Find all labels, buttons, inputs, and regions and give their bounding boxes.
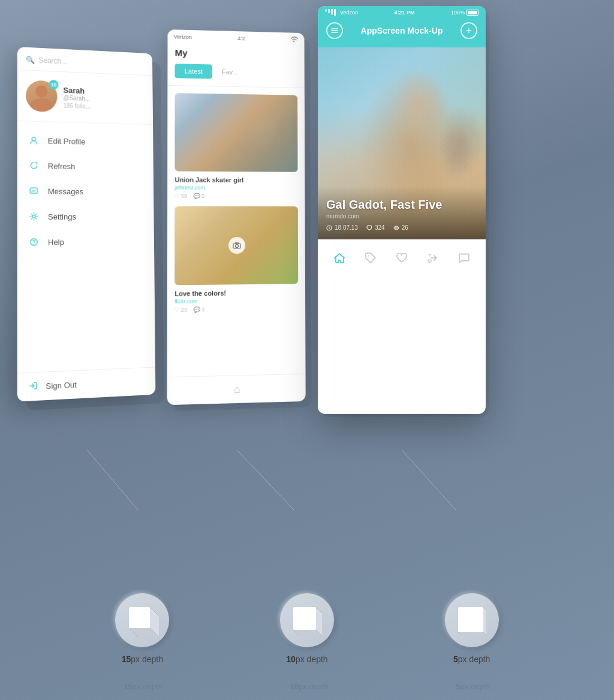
post-source: mumdo.com: [326, 213, 477, 220]
edit-profile-icon: [28, 135, 39, 146]
depth-item-10: 10px depth: [280, 593, 334, 664]
depth-label-15: 15px depth: [122, 654, 163, 664]
left-phone-screen: 🔍 Search... 10 Sarah @Sarah... 186 follo…: [17, 47, 156, 402]
sign-out-icon: [28, 381, 37, 392]
add-icon: +: [466, 25, 471, 36]
feed-item-1-stats: ♡ 58 💬 5: [174, 193, 297, 200]
feed-item-1-comments: 💬 5: [193, 193, 204, 199]
depth-labels-bottom: 15px depth 10px depth 5px depth: [0, 682, 614, 691]
depth-circle-5: [445, 593, 499, 647]
nav-tag-btn[interactable]: [360, 247, 381, 269]
navigation-menu: Edit Profile Refresh Messages: [17, 121, 154, 262]
search-icon: 🔍: [26, 56, 35, 65]
depth-section: 15px depth 10px depth: [0, 593, 614, 664]
profile-handle: @Sarah...: [63, 94, 91, 101]
depth-corner-svg-5: [455, 604, 488, 637]
image-overlay: Gal Gadot, Fast Five mumdo.com 18.07.13 …: [318, 186, 486, 239]
depth-label-10: 10px depth: [286, 654, 327, 664]
bottom-label-5: 5px depth: [456, 682, 490, 691]
time-right: 4:21 PM: [394, 10, 414, 16]
right-phone-screen: Verizon 4:21 PM 100% AppScreen Mock-Up +: [318, 6, 486, 414]
svg-rect-7: [236, 242, 239, 244]
feed-item-1-title: Union Jack skater girl: [174, 176, 297, 184]
tab-bar: Latest Fav...: [175, 64, 298, 80]
svg-point-0: [32, 137, 35, 141]
home-icon-middle: ⌂: [234, 383, 240, 396]
add-button[interactable]: +: [460, 22, 477, 39]
svg-rect-15: [129, 607, 150, 628]
post-stats: 18.07.13 324 26: [326, 224, 477, 231]
settings-icon: [28, 211, 39, 222]
svg-point-2: [32, 215, 35, 218]
depth-corner-svg-10: [290, 604, 323, 637]
depth-label-5: 5px depth: [453, 654, 490, 664]
hamburger-icon: [331, 26, 338, 35]
feed-item-1[interactable]: Union Jack skater girl jelitriest.com ♡ …: [167, 86, 305, 206]
feed-image-1: [174, 93, 297, 172]
svg-line-14: [402, 450, 456, 510]
feed-item-1-likes: ♡ 58: [174, 193, 187, 199]
profile-followers: 186 follo...: [63, 102, 91, 109]
feed-item-2-likes: ♡ 23: [174, 307, 187, 313]
middle-phone-screen: Verizon 4:2 My Latest Fav... Union Jack …: [167, 29, 306, 405]
time-middle: 4:2: [237, 35, 245, 41]
bottom-label-15: 15px depth: [124, 682, 162, 691]
post-views: 26: [393, 224, 408, 231]
middle-home-bar[interactable]: ⌂: [167, 374, 306, 405]
feed-item-2-comments: 💬 3: [193, 307, 204, 313]
feed-item-2[interactable]: Love the colors! flickr.com ♡ 23 💬 3: [167, 206, 305, 321]
feed-item-2-title: Love the colors!: [174, 289, 298, 297]
svg-point-6: [236, 245, 239, 248]
nav-share-btn[interactable]: [422, 247, 444, 269]
depth-item-5: 5px depth: [445, 593, 499, 664]
svg-point-10: [368, 256, 369, 257]
svg-marker-28: [483, 607, 486, 635]
depth-circle-15: [115, 593, 169, 647]
middle-header: My Latest Fav...: [167, 43, 304, 88]
nav-item-help[interactable]: Help: [17, 229, 154, 255]
feed-image-2: [174, 206, 298, 285]
nav-item-refresh[interactable]: Refresh: [17, 152, 154, 179]
svg-point-9: [395, 227, 397, 229]
depth-item-15: 15px depth: [115, 593, 169, 664]
svg-line-13: [237, 450, 294, 510]
feed-item-2-stats: ♡ 23 💬 3: [174, 305, 298, 313]
nav-item-settings[interactable]: Settings: [17, 203, 154, 229]
tab-favorites[interactable]: Fav...: [212, 65, 247, 80]
sign-out-label: Sign Out: [46, 380, 77, 391]
carrier-middle: Verizon: [174, 34, 192, 40]
main-post-image: Gal Gadot, Fast Five mumdo.com 18.07.13 …: [318, 47, 486, 239]
help-icon: [28, 236, 39, 247]
tab-latest[interactable]: Latest: [175, 64, 212, 79]
nav-item-edit-profile[interactable]: Edit Profile: [17, 127, 154, 155]
nav-item-messages[interactable]: Messages: [17, 178, 154, 205]
battery-right: 100%: [451, 10, 478, 16]
nav-chat-btn[interactable]: [453, 247, 475, 269]
menu-button[interactable]: [326, 22, 343, 39]
refresh-label: Refresh: [48, 161, 76, 171]
bottom-label-10: 10px depth: [290, 682, 328, 691]
refresh-icon: [28, 160, 39, 171]
post-title: Gal Gadot, Fast Five: [326, 198, 477, 212]
middle-title: My: [175, 47, 297, 61]
sign-out-button[interactable]: Sign Out: [17, 367, 156, 402]
wifi-middle: [290, 36, 299, 43]
messages-icon: [28, 185, 39, 196]
messages-label: Messages: [48, 187, 83, 196]
bottom-navigation: [318, 239, 486, 276]
depth-corner-svg-15: [126, 604, 159, 637]
profile-name: Sarah: [63, 85, 91, 95]
app-title: AppScreen Mock-Up: [343, 26, 460, 35]
nav-heart-btn[interactable]: [391, 247, 413, 269]
svg-rect-21: [293, 607, 316, 630]
post-date: 18.07.13: [326, 224, 358, 231]
feed-item-2-source: flickr.com: [174, 297, 298, 305]
camera-icon: [228, 237, 245, 254]
depth-circle-10: [280, 593, 334, 647]
nav-home-btn[interactable]: [329, 247, 350, 269]
right-header: AppScreen Mock-Up +: [318, 17, 486, 47]
right-status-bar: Verizon 4:21 PM 100%: [318, 6, 486, 17]
connecting-lines: [0, 450, 614, 570]
svg-rect-27: [458, 607, 483, 632]
help-label: Help: [48, 238, 64, 247]
